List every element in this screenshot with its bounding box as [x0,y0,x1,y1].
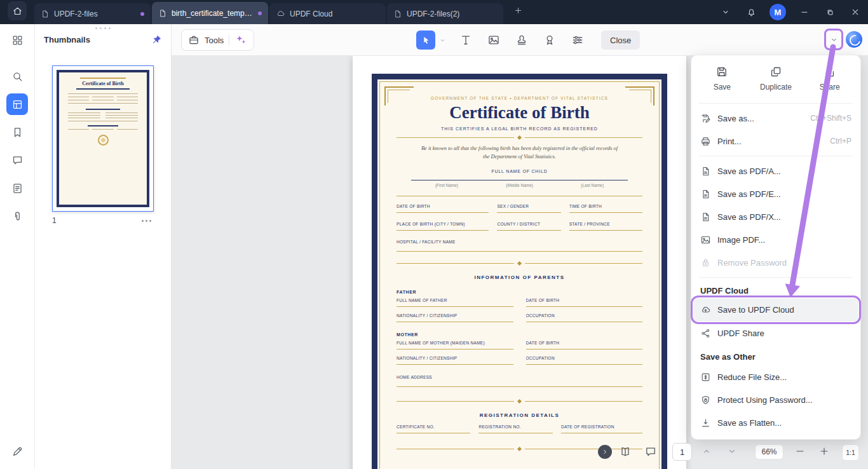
minimize-icon [799,7,810,17]
page-thumbnail[interactable]: Certificate of Birth [52,65,154,212]
menu-item-save-to-updf-cloud[interactable]: Save to UPDF Cloud [693,298,858,322]
plus-icon [513,6,523,15]
select-tool-dropdown[interactable] [439,37,446,44]
badge-tool-button[interactable] [541,32,558,48]
restore-button[interactable] [817,0,843,24]
sliders-icon [571,34,584,46]
sidebar-item-comments[interactable] [6,149,28,171]
sidebar-item-apps[interactable] [6,29,28,51]
panel-drag-handle[interactable] [95,27,111,29]
home-button[interactable] [8,1,27,20]
sidebar-item-thumbnails[interactable] [6,93,28,115]
cloud-upload-icon [700,304,711,315]
text-icon [459,34,472,46]
home-address-field: HOME ADDRESS [397,375,642,387]
pin-icon [151,34,162,45]
stamp-tool-button[interactable] [513,32,530,48]
parents-section-title: INFORMATION OF PARENTS [397,275,642,280]
menu-item-save-pdf-e[interactable]: Save as PDF/E... [691,182,860,205]
tab-birth-certificate-template[interactable]: birth_certificate_template [152,2,268,24]
save-dropdown-button[interactable] [824,29,843,50]
modified-dot-icon [258,11,262,15]
thumbnail-seal [98,135,109,146]
menu-item-protect-password[interactable]: Protect Using Password... [691,388,860,411]
child-name-line [411,180,628,180]
close-edit-mode-button[interactable]: Close [601,31,640,50]
menu-item-reduce-file-size[interactable]: Reduce File Size... [691,365,860,388]
annotation-mode-button[interactable] [644,445,657,458]
cloud-icon [276,9,285,18]
share-node-icon [700,328,711,339]
pen-icon [11,445,24,458]
thumbnails-title: Thumbnails [44,35,90,44]
tab-updf-2-files[interactable]: UPDF-2-files [34,3,151,24]
updf-ai-button[interactable] [846,31,862,48]
mother-row-2: NATIONALITY / CITIZENSHIP OCCUPATION [397,356,642,365]
menu-item-save-pdf-a[interactable]: Save as PDF/A... [691,160,860,182]
chevron-up-icon [701,445,712,457]
close-window-button[interactable] [843,0,868,24]
menu-item-print[interactable]: Print... Ctrl+P [691,130,860,153]
menu-item-save-as[interactable]: Save as... Ctrl+Shift+S [691,107,860,130]
quick-duplicate-button[interactable]: Duplicate [752,65,800,92]
certifies-line: THIS CERTIFIES A LEGAL BIRTH RECORD AS R… [397,126,642,131]
save-icon [715,65,728,78]
thumbnail-page-number: 1 [52,216,57,225]
menu-item-image-pdf[interactable]: Image PDF... [691,228,860,251]
ai-sparkle-icon[interactable] [234,34,247,46]
page-number-input[interactable]: 1 [672,443,692,461]
save-dropdown-menu: Save Duplicate Share Save as... Ctrl+Shi… [691,55,861,440]
zoom-out-button[interactable] [794,445,806,457]
stamp-icon [515,34,528,46]
reader-mode-button[interactable] [619,445,632,458]
father-label: FATHER [397,290,642,294]
tab-updf-cloud[interactable]: UPDF Cloud [269,3,386,24]
notifications-button[interactable] [738,0,764,24]
thumbnails-icon [11,99,24,111]
gold-rule [397,196,642,196]
next-page-button[interactable] [726,445,738,457]
minimize-button[interactable] [792,0,817,24]
zoom-in-button[interactable] [818,445,830,457]
file-icon [393,10,402,18]
tab-list-dropdown-button[interactable] [713,0,738,24]
thumbnail-cert-title: Certificate of Birth [82,81,123,86]
avatar[interactable]: M [770,4,786,20]
quick-duplicate-label: Duplicate [760,83,792,92]
document-page[interactable]: GOVERNMENT OF THE STATE • DEPARTMENT OF … [353,56,686,469]
properties-tool-button[interactable] [569,32,586,48]
save-as-icon [700,113,711,124]
mother-row-1: FULL NAME OF MOTHER (MAIDEN NAME) DATE O… [397,341,642,350]
select-tool-button[interactable] [416,31,435,50]
quick-share-label: Share [820,83,840,92]
book-icon [619,445,632,458]
text-tool-button[interactable] [458,32,474,48]
tab-updf-2-files-2[interactable]: UPDF-2-files(2) [387,3,503,24]
menu-item-save-pdf-x[interactable]: Save as PDF/X... [691,205,860,228]
actual-size-button[interactable]: 1:1 [842,444,859,461]
pin-panel-button[interactable] [151,34,162,45]
quick-share-button[interactable]: Share [806,65,854,92]
tools-button[interactable]: Tools [181,29,254,51]
divider [229,35,229,45]
new-tab-button[interactable] [510,3,526,19]
thumbnail-more-button[interactable] [139,217,154,224]
menu-item-save-as-flatten[interactable]: Save as Flatten... [691,411,860,434]
statusbar-collapse-button[interactable] [598,445,612,459]
sidebar-item-signature[interactable] [6,440,28,462]
quick-save-button[interactable]: Save [698,65,746,92]
image-tool-button[interactable] [485,32,502,48]
name-hints: (First Name) (Middle Name) (Last Name) [411,183,628,187]
sidebar-item-attachments[interactable] [6,205,28,227]
image-pdf-icon [700,234,711,245]
chevron-down-icon [726,445,738,457]
gold-divider [397,136,642,139]
registration-section-title: REGISTRATION DETAILS [397,412,642,418]
left-sidebar [0,24,35,469]
sidebar-item-summary[interactable] [6,177,28,199]
previous-page-button[interactable] [701,445,712,457]
sidebar-item-search[interactable] [6,65,28,87]
sidebar-item-bookmarks[interactable] [6,121,28,143]
tools-icon [188,34,200,46]
menu-item-updf-share[interactable]: UPDF Share [691,322,860,344]
